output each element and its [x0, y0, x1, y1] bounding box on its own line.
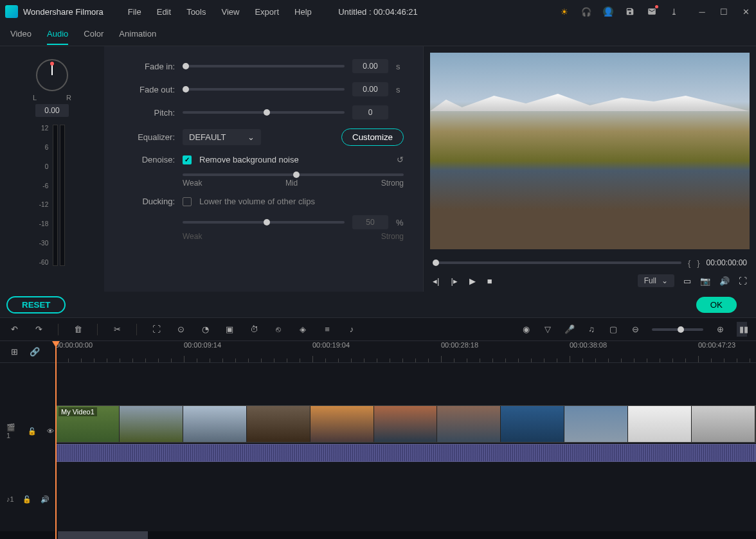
- customize-button[interactable]: Customize: [341, 128, 404, 146]
- close-icon[interactable]: ✕: [741, 6, 751, 17]
- keyframe-icon[interactable]: ◈: [298, 324, 308, 334]
- speed-icon[interactable]: ⊙: [176, 324, 186, 334]
- playhead[interactable]: [55, 341, 57, 539]
- undo-icon[interactable]: ↶: [9, 324, 19, 334]
- ducking-label: Ducking:: [117, 197, 175, 206]
- snapshot-icon[interactable]: 📷: [700, 276, 710, 286]
- audio-mixer-icon[interactable]: ♫: [586, 324, 597, 334]
- ducking-slider[interactable]: [183, 221, 345, 224]
- audio-clip[interactable]: [55, 444, 756, 462]
- tab-animation[interactable]: Animation: [119, 24, 156, 45]
- delete-icon[interactable]: 🗑: [73, 324, 83, 334]
- minimize-icon[interactable]: ─: [697, 6, 707, 17]
- titlebar: Wondershare Filmora File Edit Tools View…: [0, 0, 756, 23]
- zoom-slider[interactable]: [652, 328, 703, 331]
- denoise-reset-icon[interactable]: ↺: [397, 155, 404, 164]
- vu-bar-left: [53, 125, 58, 266]
- mark-out-icon[interactable]: }: [697, 258, 699, 268]
- balance-gauge[interactable]: [36, 59, 68, 91]
- menu-edit[interactable]: Edit: [150, 4, 177, 19]
- menu-help[interactable]: Help: [288, 4, 318, 19]
- denoise-checkbox[interactable]: ✓: [183, 155, 192, 164]
- tab-video[interactable]: Video: [10, 24, 32, 45]
- balance-r-label: R: [66, 94, 71, 102]
- color-icon[interactable]: ◔: [200, 324, 210, 334]
- support-icon[interactable]: 🎧: [581, 6, 591, 17]
- app-title: Wondershare Filmora: [23, 7, 104, 17]
- pitch-value[interactable]: 0: [352, 105, 388, 119]
- ok-button[interactable]: OK: [696, 297, 737, 313]
- render-icon[interactable]: ◉: [521, 324, 531, 334]
- step-forward-icon[interactable]: |▸: [451, 276, 457, 286]
- mute-icon[interactable]: 🔊: [40, 495, 50, 504]
- timeline-ruler[interactable]: 00:00:00:0000:00:09:1400:00:19:0400:00:2…: [55, 341, 756, 362]
- zoom-out-icon[interactable]: ⊖: [630, 324, 640, 334]
- preview-panel: { } 00:00:00:00 ◂| |▸ ▶ ■ Full⌄ ▭ 📷 🔊 ⛶: [423, 46, 756, 292]
- fullscreen-icon[interactable]: ⛶: [739, 276, 747, 286]
- chevron-down-icon: ⌄: [662, 276, 668, 285]
- preview-video[interactable]: [430, 53, 750, 249]
- link-icon[interactable]: 🔗: [30, 347, 40, 357]
- quality-select[interactable]: Full⌄: [638, 274, 674, 287]
- menu-view[interactable]: View: [215, 4, 246, 19]
- mixer-icon[interactable]: ≡: [322, 324, 332, 334]
- tab-color[interactable]: Color: [84, 24, 104, 45]
- ducking-checkbox-label: Lower the volume of other clips: [199, 197, 315, 206]
- equalizer-select[interactable]: DEFAULT⌄: [183, 129, 261, 145]
- maximize-icon[interactable]: ☐: [719, 6, 729, 17]
- balance-value: 0.00: [35, 104, 68, 117]
- fade-in-slider[interactable]: [183, 65, 345, 67]
- ducking-checkbox[interactable]: [183, 197, 192, 206]
- pitch-slider[interactable]: [183, 111, 345, 114]
- zoom-fit-icon[interactable]: ▮▮: [737, 322, 747, 337]
- download-icon[interactable]: ⤓: [669, 6, 679, 17]
- volume-icon[interactable]: 🔊: [719, 276, 730, 286]
- timeline-scrollbar[interactable]: [0, 531, 756, 539]
- zoom-in-icon[interactable]: ⊕: [715, 324, 725, 334]
- save-icon[interactable]: [625, 6, 635, 17]
- app-logo-icon: [5, 5, 18, 18]
- menu-export[interactable]: Export: [248, 4, 285, 19]
- detach-icon[interactable]: ⎋: [273, 324, 284, 334]
- crop-icon[interactable]: ⛶: [151, 324, 161, 334]
- record-voice-icon[interactable]: 🎤: [564, 324, 575, 334]
- timeline: ↶ ↷ 🗑 ✂ ⛶ ⊙ ◔ ▣ ⏱ ⎋ ◈ ≡ ♪ ◉ ▽ 🎤 ♫ ▢ ⊖ ⊕ …: [0, 317, 756, 539]
- manage-tracks-icon[interactable]: ⊞: [9, 347, 19, 357]
- green-screen-icon[interactable]: ▣: [224, 324, 235, 334]
- audio-track-label: ♪1: [6, 495, 14, 503]
- account-icon[interactable]: 👤: [603, 6, 613, 17]
- preview-timecode: 00:00:00:00: [706, 258, 747, 267]
- marker-icon[interactable]: ▽: [543, 324, 553, 334]
- stop-icon[interactable]: ■: [487, 276, 492, 286]
- snap-icon[interactable]: ▢: [608, 324, 618, 334]
- lock-track-icon[interactable]: 🔓: [22, 495, 32, 504]
- ducking-value[interactable]: 50: [352, 215, 388, 229]
- fade-in-value[interactable]: 0.00: [352, 59, 388, 73]
- reset-button[interactable]: RESET: [6, 296, 66, 314]
- display-icon[interactable]: ▭: [683, 276, 691, 286]
- fade-out-value[interactable]: 0.00: [352, 82, 388, 96]
- split-icon[interactable]: ✂: [112, 324, 122, 334]
- visibility-icon[interactable]: 👁: [45, 427, 55, 435]
- mark-in-icon[interactable]: {: [688, 258, 690, 268]
- property-tabs: Video Audio Color Animation: [0, 23, 756, 46]
- lock-track-icon[interactable]: 🔓: [27, 427, 37, 436]
- menu-tools[interactable]: Tools: [180, 4, 212, 19]
- denoise-slider[interactable]: [183, 173, 404, 176]
- duration-icon[interactable]: ⏱: [249, 324, 259, 334]
- video-track-label: 🎬1: [6, 423, 19, 439]
- tips-icon[interactable]: ☀: [559, 6, 570, 17]
- preview-scrubber[interactable]: [433, 261, 681, 264]
- fade-in-label: Fade in:: [117, 62, 175, 71]
- play-icon[interactable]: ▶: [469, 276, 476, 286]
- redo-icon[interactable]: ↷: [33, 324, 44, 334]
- video-clip[interactable]: My Video1: [55, 405, 756, 443]
- fade-out-slider[interactable]: [183, 88, 345, 91]
- mail-icon[interactable]: [647, 6, 657, 17]
- menu-bar: File Edit Tools View Export Help: [122, 4, 318, 19]
- tab-audio[interactable]: Audio: [47, 24, 68, 45]
- step-back-icon[interactable]: ◂|: [433, 276, 439, 286]
- menu-file[interactable]: File: [122, 4, 148, 19]
- audio-icon[interactable]: ♪: [346, 324, 357, 334]
- clip-label: My Video1: [59, 407, 97, 416]
